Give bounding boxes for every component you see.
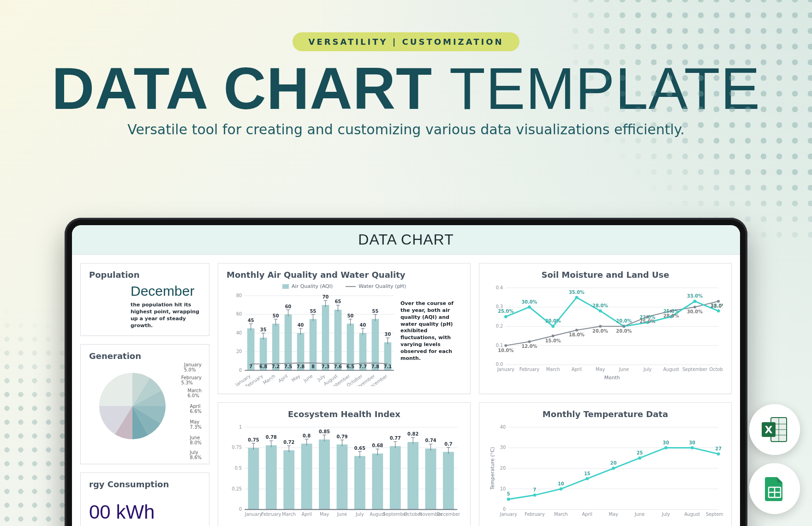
card-eco: Ecosystem Health Index 00.250.50.7510.75… [218, 402, 471, 526]
dashboard-grid: Population December the population hit i… [72, 255, 740, 526]
svg-text:0.78: 0.78 [266, 435, 277, 440]
titlebar: DATA CHART [72, 225, 740, 255]
svg-text:20: 20 [236, 349, 242, 354]
svg-text:20.0%: 20.0% [592, 329, 608, 334]
svg-text:0.7: 0.7 [444, 442, 453, 447]
svg-text:0.74: 0.74 [425, 438, 436, 443]
svg-text:30: 30 [385, 332, 391, 337]
svg-rect-209 [443, 452, 454, 510]
tablet-frame: DATA CHART Population December the popul… [65, 218, 747, 526]
energy-value: 00 kWh [89, 501, 201, 523]
svg-text:0: 0 [503, 507, 506, 512]
svg-rect-46 [322, 305, 329, 371]
svg-point-93 [504, 315, 508, 318]
svg-point-233 [612, 467, 615, 470]
hero-pill: VERSATILITY | CUSTOMIZATION [293, 32, 519, 51]
svg-point-117 [552, 335, 555, 337]
svg-text:30: 30 [500, 445, 506, 450]
svg-text:0.0: 0.0 [496, 362, 503, 367]
svg-text:40: 40 [298, 323, 304, 328]
svg-text:February: February [519, 367, 540, 372]
screen: DATA CHART Population December the popul… [72, 225, 740, 526]
svg-text:15: 15 [584, 471, 591, 476]
svg-text:30.0%: 30.0% [521, 299, 537, 305]
svg-text:June: June [634, 512, 645, 517]
excel-icon: X [749, 415, 800, 444]
svg-text:60: 60 [285, 304, 292, 309]
svg-point-109 [693, 300, 697, 303]
svg-text:65: 65 [335, 299, 341, 304]
svg-rect-174 [319, 440, 330, 510]
excel-badge: X [749, 404, 800, 455]
svg-point-225 [507, 498, 510, 501]
svg-rect-204 [425, 448, 436, 509]
card-energy-title: rgy Consumption [89, 479, 201, 489]
svg-text:0.5: 0.5 [235, 466, 242, 471]
svg-text:February: February [525, 512, 545, 517]
svg-text:May: May [320, 512, 329, 517]
svg-text:30: 30 [689, 440, 695, 445]
svg-text:28.0%: 28.0% [663, 313, 679, 318]
hero-title-thin: TEMPLATE [449, 55, 760, 121]
eco-title: Ecosystem Health Index [227, 409, 462, 419]
svg-point-131 [717, 300, 720, 303]
svg-text:April: April [301, 512, 311, 517]
svg-text:7.5: 7.5 [284, 364, 293, 369]
svg-text:0: 0 [239, 507, 242, 512]
svg-text:55: 55 [372, 309, 379, 314]
svg-rect-58 [347, 323, 354, 370]
svg-text:7.7: 7.7 [359, 364, 367, 369]
svg-text:0.8: 0.8 [303, 433, 311, 438]
svg-text:25: 25 [637, 450, 643, 455]
sidebar-column: Population December the population hit i… [80, 263, 209, 526]
legend-aqi: Air Quality (AQI) [282, 283, 333, 289]
svg-text:September: September [706, 512, 723, 517]
svg-text:33.0%: 33.0% [687, 293, 703, 299]
card-energy: rgy Consumption 00 kWh [80, 472, 209, 526]
card-generation: Generation [80, 344, 209, 464]
svg-point-229 [559, 488, 562, 491]
svg-text:25.0%: 25.0% [640, 319, 656, 324]
air-title: Monthly Air Quality and Water Quality [227, 270, 462, 280]
pie-label-jan: January5.0% [184, 362, 202, 372]
svg-point-237 [664, 446, 668, 449]
svg-point-239 [691, 446, 694, 449]
svg-text:33.0%: 33.0% [710, 304, 723, 309]
svg-rect-194 [390, 446, 401, 509]
svg-text:45: 45 [248, 318, 254, 323]
card-population: Population December the population hit i… [80, 263, 209, 336]
svg-text:July: July [355, 512, 364, 517]
pie-label-mar: March6.0% [188, 388, 202, 398]
svg-text:0.85: 0.85 [319, 429, 330, 434]
svg-text:May: May [291, 373, 301, 383]
svg-text:June: June [619, 367, 629, 372]
svg-text:July: July [643, 367, 652, 372]
svg-text:0.68: 0.68 [372, 443, 383, 448]
temp-title: Monthly Temperature Data [488, 409, 723, 419]
svg-text:0: 0 [239, 368, 242, 373]
svg-text:50: 50 [347, 313, 354, 318]
svg-point-123 [622, 325, 625, 328]
svg-text:55: 55 [310, 309, 316, 314]
svg-point-241 [717, 453, 720, 456]
svg-text:7.8: 7.8 [371, 364, 380, 369]
svg-text:40: 40 [360, 323, 366, 328]
app-badges: X [749, 404, 800, 514]
svg-point-119 [575, 329, 578, 332]
population-month: December [131, 283, 201, 299]
svg-text:8: 8 [311, 364, 315, 369]
svg-rect-184 [354, 456, 365, 510]
svg-text:January: January [497, 367, 514, 372]
svg-rect-169 [301, 444, 312, 510]
svg-text:7.1: 7.1 [384, 364, 392, 369]
svg-text:60: 60 [236, 311, 242, 317]
soil-title: Soil Moisture and Land Use [488, 270, 723, 280]
svg-text:October: October [710, 367, 723, 372]
svg-text:7.3: 7.3 [322, 364, 330, 369]
card-population-title: Population [89, 270, 201, 280]
svg-text:August: August [684, 512, 700, 517]
pie-label-jun: June8.0% [190, 435, 202, 445]
svg-text:80: 80 [236, 293, 242, 298]
card-generation-title: Generation [89, 351, 201, 361]
svg-rect-28 [285, 314, 292, 370]
